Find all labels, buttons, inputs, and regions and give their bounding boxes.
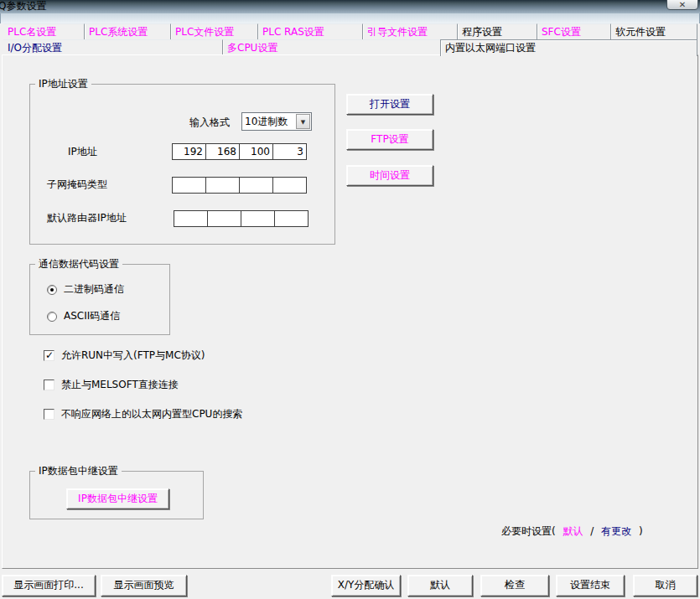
- ip-relay-group: IP数据包中继设置 IP数据包中继设置: [29, 471, 204, 519]
- subnet-octet-field[interactable]: [272, 177, 307, 194]
- subnet-mask-field: [172, 177, 307, 194]
- close-icon: ✕: [679, 0, 686, 9]
- subnet-octet-field[interactable]: [205, 177, 240, 194]
- checkbox-run-write-label: 允许RUN中写入(FTP与MC协议): [61, 349, 205, 362]
- checkbox-unchecked-icon: [44, 409, 54, 420]
- tab-boot-file[interactable]: 引导文件设置: [362, 23, 457, 39]
- window-titlebar: Q参数设置 ✕: [0, 0, 700, 13]
- print-screen-button[interactable]: 显示画面打印...: [2, 575, 96, 596]
- tab-builtin-ethernet[interactable]: 内置以太网端口设置: [440, 39, 697, 56]
- window-title: Q参数设置: [0, 0, 46, 13]
- comm-code-group: 通信数据代码设置 二进制码通信 ASCII码通信: [29, 264, 170, 335]
- subnet-octet-field[interactable]: [239, 177, 273, 194]
- ip-settings-group: IP地址设置 输入格式 10进制数 ▼ IP地址 192 168 100 3 子…: [29, 84, 335, 245]
- tab-io-assignment[interactable]: I/O分配设置: [3, 39, 222, 54]
- ftp-settings-button[interactable]: FTP设置: [346, 129, 433, 150]
- radio-selected-icon: [47, 285, 57, 295]
- input-format-select[interactable]: 10进制数 ▼: [241, 112, 312, 131]
- note-separator: /: [590, 525, 594, 537]
- router-octet-field[interactable]: [174, 210, 208, 227]
- checkbox-melsoft-disable[interactable]: 禁止与MELSOFT直接连接: [44, 379, 179, 391]
- subnet-octet-field[interactable]: [172, 177, 206, 194]
- ip-octet-field[interactable]: 100: [239, 143, 273, 160]
- tab-plc-ras[interactable]: PLC RAS设置: [257, 23, 362, 39]
- open-settings-button[interactable]: 打开设置: [346, 94, 433, 115]
- ip-relay-group-title: IP数据包中继设置: [35, 465, 122, 477]
- ip-address-field: 192 168 100 3: [172, 143, 307, 160]
- input-format-value: 10进制数: [245, 113, 288, 130]
- default-router-label: 默认路由器IP地址: [47, 212, 127, 225]
- ip-octet-field[interactable]: 192: [172, 143, 206, 160]
- ip-octet-field[interactable]: 168: [205, 143, 240, 160]
- default-router-field: [174, 210, 309, 227]
- checkbox-checked-icon: [44, 350, 54, 361]
- tab-device[interactable]: 软元件设置: [610, 23, 697, 39]
- note-changed: 有更改: [601, 524, 631, 539]
- checkbox-run-write[interactable]: 允许RUN中写入(FTP与MC协议): [44, 349, 205, 362]
- tab-plc-system[interactable]: PLC系统设置: [84, 23, 170, 39]
- close-button[interactable]: ✕: [666, 0, 698, 10]
- checkbox-cpu-search-label: 不响应网络上的以太网内置型CPU的搜索: [61, 408, 242, 421]
- comm-code-group-title: 通信数据代码设置: [35, 258, 122, 270]
- radio-unselected-icon: [47, 312, 57, 322]
- router-octet-field[interactable]: [207, 210, 241, 227]
- tab-program[interactable]: 程序设置: [457, 23, 537, 39]
- router-octet-field[interactable]: [241, 210, 275, 227]
- ip-settings-group-title: IP地址设置: [35, 78, 91, 90]
- radio-ascii-comm[interactable]: ASCII码通信: [47, 310, 120, 323]
- note-default: 默认: [563, 524, 583, 539]
- preview-screen-button[interactable]: 显示画面预览: [101, 575, 187, 596]
- cancel-button[interactable]: 取消: [633, 575, 697, 596]
- radio-ascii-label: ASCII码通信: [64, 310, 120, 323]
- subnet-mask-label: 子网掩码类型: [47, 178, 107, 191]
- tab-multi-cpu[interactable]: 多CPU设置: [222, 39, 440, 54]
- tab-plc-name[interactable]: PLC名设置: [3, 23, 84, 39]
- required-setting-note: 必要时设置( 默认 / 有更改 ): [501, 524, 643, 539]
- router-octet-field[interactable]: [274, 210, 309, 227]
- ip-octet-field[interactable]: 3: [272, 143, 307, 160]
- checkbox-melsoft-label: 禁止与MELSOFT直接连接: [61, 379, 179, 391]
- note-prefix: 必要时设置(: [501, 524, 556, 539]
- end-setting-button[interactable]: 设置结束: [556, 575, 625, 596]
- q-parameter-dialog: Q参数设置 ✕ PLC名设置 PLC系统设置 PLC文件设置 PLC RAS设置…: [0, 0, 700, 599]
- tab-row-1: PLC名设置 PLC系统设置 PLC文件设置 PLC RAS设置 引导文件设置 …: [3, 23, 697, 39]
- tab-sfc[interactable]: SFC设置: [537, 23, 610, 39]
- tab-plc-file[interactable]: PLC文件设置: [170, 23, 257, 39]
- check-button[interactable]: 检查: [480, 575, 549, 596]
- checkbox-unchecked-icon: [44, 380, 54, 390]
- checkbox-cpu-search[interactable]: 不响应网络上的以太网内置型CPU的搜索: [44, 408, 242, 421]
- dropdown-arrow-icon[interactable]: ▼: [296, 114, 310, 129]
- ip-relay-button[interactable]: IP数据包中继设置: [66, 488, 169, 509]
- window-frame-band: [0, 13, 700, 23]
- time-settings-button[interactable]: 时间设置: [346, 165, 433, 186]
- radio-binary-label: 二进制码通信: [64, 283, 124, 296]
- default-button[interactable]: 默认: [407, 575, 473, 596]
- tab-row-2: I/O分配设置 多CPU设置 内置以太网端口设置: [3, 39, 697, 54]
- radio-binary-comm[interactable]: 二进制码通信: [47, 283, 124, 296]
- note-suffix: ): [639, 525, 643, 537]
- xy-confirm-button[interactable]: X/Y分配确认: [331, 575, 401, 596]
- input-format-label: 输入格式: [189, 116, 230, 129]
- ip-address-label: IP地址: [68, 146, 97, 158]
